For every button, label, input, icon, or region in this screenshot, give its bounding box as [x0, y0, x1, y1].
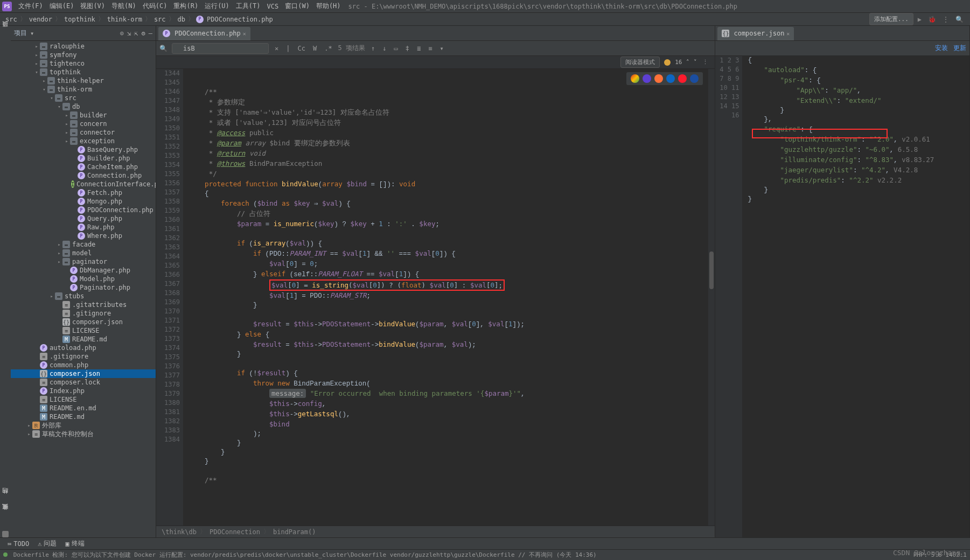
project-tree[interactable]: ▸▬ralouphie▸▬symfony▸▬tightenco▾▬topthin… — [11, 41, 156, 537]
menu-code[interactable]: 代码(C) — [139, 2, 171, 11]
tab-pdoconnection[interactable]: P PDOConnection.php ✕ — [158, 26, 250, 40]
square-icon[interactable] — [2, 531, 9, 537]
tree-row[interactable]: ▾▬think-orm — [11, 85, 156, 94]
more-icon[interactable]: ⋮ — [940, 16, 951, 23]
menu-vcs[interactable]: VCS — [264, 3, 282, 10]
tool-icon[interactable]: ≣ — [415, 45, 422, 52]
problems-tab[interactable]: ⚠问题 — [33, 539, 61, 548]
tree-row[interactable]: ▸▬connector — [11, 128, 156, 137]
tree-row[interactable]: PCacheItem.php — [11, 163, 156, 171]
menu-tools[interactable]: 工具(T) — [233, 2, 264, 11]
tree-row[interactable]: PBaseQuery.php — [11, 145, 156, 154]
tree-row[interactable]: PDbManager.php — [11, 266, 156, 275]
menu-run[interactable]: 运行(U) — [201, 2, 233, 11]
todo-tab[interactable]: ≔TODO — [3, 540, 33, 548]
close-icon[interactable]: ✕ — [786, 31, 790, 37]
tool-icon[interactable]: ≡ — [427, 45, 434, 52]
case-icon[interactable]: Cc — [296, 45, 306, 52]
locate-icon[interactable]: ⊙ — [120, 30, 124, 37]
tree-row[interactable]: ▸▬builder — [11, 111, 156, 120]
word-icon[interactable]: W — [311, 45, 318, 52]
menu-view[interactable]: 视图(V) — [77, 2, 108, 11]
menu-file[interactable]: 文件(F) — [15, 2, 46, 11]
crumb[interactable]: db — [177, 16, 186, 23]
tree-row[interactable]: ▾▬topthink — [11, 68, 156, 76]
debug-icon[interactable]: 🐞 — [926, 16, 938, 23]
search-icon[interactable]: 🔍 — [953, 16, 966, 23]
tree-row[interactable]: ≡.gitattributes — [11, 300, 156, 309]
crumb[interactable]: src — [4, 16, 18, 23]
close-icon[interactable]: ✕ — [243, 31, 246, 37]
warning-icon[interactable] — [664, 59, 671, 66]
tree-row[interactable]: ≡.gitignore — [11, 309, 156, 318]
find-input[interactable]: isB — [172, 43, 269, 54]
tree-row[interactable]: ▸▬symfony — [11, 51, 156, 59]
install-link[interactable]: 安装 — [935, 44, 948, 53]
hide-icon[interactable]: — — [149, 30, 152, 37]
collapse-icon[interactable]: ⇱ — [134, 30, 138, 37]
tree-row[interactable]: MREADME.en.md — [11, 404, 156, 412]
menu-navigate[interactable]: 导航(N) — [108, 2, 139, 11]
tree-row[interactable]: ▸▬stubs — [11, 292, 156, 300]
update-link[interactable]: 更新 — [953, 44, 966, 53]
marker-strip[interactable] — [708, 69, 715, 526]
reader-mode-button[interactable]: 阅读器模式 — [620, 57, 660, 68]
crumb[interactable]: vendor — [28, 16, 53, 23]
tool-icon[interactable]: ‡ — [404, 45, 411, 52]
tree-row[interactable]: ▸⎘外部库 — [11, 421, 156, 430]
tree-row[interactable]: Pcommon.php — [11, 361, 156, 369]
menu-help[interactable]: 帮助(H) — [313, 2, 344, 11]
notification-text[interactable]: Dockerfile 检测: 您可以为以下文件创建 Docker 运行配置: v… — [13, 551, 597, 558]
tree-row[interactable]: PPaginator.php — [11, 283, 156, 292]
tree-row[interactable]: PFetch.php — [11, 188, 156, 197]
code-editor-right[interactable]: 1 2 3 4 5 6 7 8 9 10 11 12 13 14 15 16 ﻿… — [715, 56, 969, 537]
tree-row[interactable]: ▸▬facade — [11, 240, 156, 249]
tree-row[interactable]: Pautoload.php — [11, 344, 156, 352]
tree-row[interactable]: PModel.php — [11, 275, 156, 283]
down-icon[interactable]: ↓ — [381, 45, 388, 52]
firefox-icon[interactable] — [654, 74, 663, 83]
tree-row[interactable]: PIndex.php — [11, 387, 156, 395]
more-icon[interactable]: ⋮ — [701, 59, 709, 66]
filter-icon[interactable]: ▾ — [438, 45, 445, 52]
opera-icon[interactable] — [678, 74, 687, 83]
tree-row[interactable]: ≡LICENSE — [11, 395, 156, 404]
tree-row[interactable]: PQuery.php — [11, 214, 156, 223]
up-icon[interactable]: ↑ — [369, 45, 376, 52]
tree-row[interactable]: PMongo.php — [11, 197, 156, 206]
crumb-file[interactable]: PDOConnection.php — [206, 16, 274, 23]
crumb[interactable]: topthink — [63, 16, 96, 23]
code-content[interactable]: /** * 参数绑定 * 支持 ['name'⇒'value','id'⇒123… — [183, 69, 708, 526]
ie-icon[interactable] — [690, 74, 699, 83]
tree-row[interactable]: {}composer.json — [11, 318, 156, 326]
tab-composer-json[interactable]: {} composer.json ✕ — [717, 26, 794, 40]
tree-row[interactable]: ▸▬tightenco — [11, 59, 156, 68]
tree-row[interactable]: ≡.gitignore — [11, 352, 156, 361]
tree-row[interactable]: ≡LICENSE — [11, 326, 156, 335]
edge-icon[interactable] — [666, 74, 675, 83]
add-config-button[interactable]: 添加配置... — [869, 13, 913, 25]
caret-down-icon[interactable]: ˅ — [694, 59, 697, 66]
expand-icon[interactable]: ⇲ — [127, 30, 131, 37]
safari-icon[interactable] — [643, 74, 651, 83]
tree-row[interactable]: PPDOConnection.php — [11, 206, 156, 214]
tree-row[interactable]: ▾▬db — [11, 102, 156, 111]
tree-row[interactable]: MREADME.md — [11, 412, 156, 421]
select-all-icon[interactable]: ▭ — [393, 45, 400, 52]
regex-icon[interactable]: .* — [323, 45, 333, 52]
menu-refactor[interactable]: 重构(R) — [170, 2, 201, 11]
tree-row[interactable]: ▸≡草稿文件和控制台 — [11, 430, 156, 438]
crumb[interactable]: PDOConnection — [210, 528, 260, 536]
crumb[interactable]: bindParam() — [273, 528, 316, 536]
crumb[interactable]: think-orm — [106, 16, 143, 23]
tree-row[interactable]: PRaw.php — [11, 223, 156, 232]
caret-up-icon[interactable]: ˄ — [686, 59, 689, 66]
gear-icon[interactable]: ⚙ — [142, 30, 145, 37]
tree-row[interactable]: IConnectionInterface.php — [11, 180, 156, 188]
tree-row[interactable]: ▸▬ralouphie — [11, 42, 156, 51]
tree-row[interactable]: ▾▬src — [11, 94, 156, 102]
tree-row[interactable]: PWhere.php — [11, 232, 156, 240]
crumb[interactable]: src — [153, 16, 167, 23]
terminal-tab[interactable]: ▣终端 — [61, 539, 88, 548]
tree-row[interactable]: ▸▬think-helper — [11, 76, 156, 85]
